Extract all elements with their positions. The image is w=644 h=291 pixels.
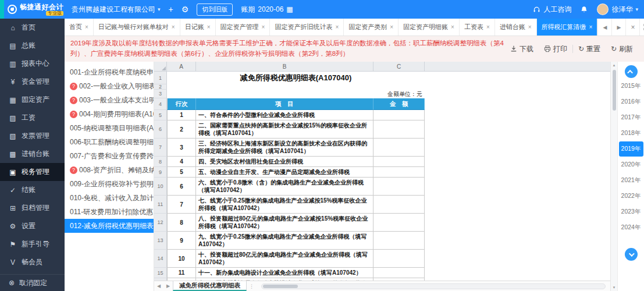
line-number-cell[interactable]: 3 bbox=[167, 139, 196, 157]
document-tab[interactable]: 首页 × bbox=[65, 19, 94, 36]
row-number[interactable]: 3 bbox=[154, 90, 167, 98]
document-tab[interactable]: 日记账与银行对账单核对 × bbox=[94, 19, 180, 36]
sidebar-item[interactable]: ▨ 工资 bbox=[0, 109, 65, 127]
year-item[interactable]: 2018年 bbox=[619, 126, 643, 141]
amount-cell[interactable] bbox=[373, 250, 425, 268]
close-tab-icon[interactable]: × bbox=[85, 24, 88, 30]
document-tab[interactable]: 所得税汇算清缴 × bbox=[537, 19, 598, 36]
switch-old-version-button[interactable]: 切到旧版 bbox=[197, 3, 233, 16]
reset-button[interactable]: ↻ 重置 bbox=[573, 44, 606, 54]
row-number[interactable]: 13 bbox=[154, 232, 167, 250]
blank-cell[interactable] bbox=[167, 84, 425, 90]
item-text-cell[interactable]: 十一、新办集成电路设计企业减免企业所得税（填写A107042） bbox=[196, 268, 373, 278]
item-text-cell[interactable]: 九、线宽小于0.25微米的集成电路生产企业减免企业所得税（填写A107042） bbox=[196, 232, 373, 250]
sheet-title-cell[interactable]: 减免所得税优惠明细表(A107040) bbox=[167, 72, 425, 84]
row-number[interactable]: 1 bbox=[154, 72, 167, 84]
form-list-item[interactable]: 009-企业所得税弥补亏损明... bbox=[65, 177, 154, 191]
year-item[interactable]: 2021年 bbox=[619, 173, 643, 188]
sheet-tab[interactable]: 减免所得税优惠明细表 bbox=[173, 281, 247, 291]
form-list-item[interactable]: 005-纳税调整项目明细表(A... bbox=[65, 121, 154, 135]
document-tab[interactable]: 固定资产明细账 × bbox=[399, 19, 460, 36]
year-item[interactable]: 2017年 bbox=[619, 110, 643, 125]
close-tab-icon[interactable]: × bbox=[262, 24, 265, 30]
unpin-sidebar-button[interactable]: ⊗ 取消固定 bbox=[0, 274, 65, 291]
line-number-cell[interactable]: 8 bbox=[167, 214, 196, 232]
column-header-c[interactable]: C bbox=[373, 62, 425, 71]
refresh-button[interactable]: ↻ 刷新 bbox=[606, 44, 638, 54]
row-number[interactable]: 11 bbox=[154, 196, 167, 214]
next-sheet-button[interactable]: ▶ bbox=[163, 283, 173, 289]
sidebar-item[interactable]: ▩ 进销台账 bbox=[0, 145, 65, 163]
line-number-cell[interactable]: 10 bbox=[167, 250, 196, 268]
years-scroll-up-button[interactable] bbox=[625, 65, 638, 78]
horizontal-scrollbar-thumb[interactable] bbox=[263, 285, 298, 288]
form-list-item[interactable]: 006-职工薪酬纳税调整明细... bbox=[65, 135, 154, 149]
row-number[interactable]: 9 bbox=[154, 167, 167, 178]
sidebar-item[interactable]: ▣ 税务管理 bbox=[0, 163, 65, 181]
document-tab[interactable]: 固定资产折旧统计表 × bbox=[270, 19, 344, 36]
line-number-cell[interactable]: 1 bbox=[167, 110, 196, 120]
close-tab-icon[interactable]: × bbox=[335, 24, 339, 30]
amount-cell[interactable] bbox=[373, 214, 425, 232]
sidebar-item[interactable]: ⌂ 首页 bbox=[0, 19, 65, 37]
horizontal-scrollbar[interactable] bbox=[261, 283, 606, 289]
row-number[interactable]: 6 bbox=[154, 120, 167, 139]
sidebar-item[interactable]: ✓ 结账 bbox=[0, 181, 65, 199]
form-list-item[interactable]: 011-研发费用加计扣除优惠... bbox=[65, 205, 154, 219]
item-text-cell[interactable]: 一、符合条件的小型微利企业减免企业所得税 bbox=[196, 110, 373, 120]
form-list-item[interactable]: ? 002-一般企业收入明细表(A1... bbox=[65, 79, 154, 93]
document-tab[interactable]: 日记账 × bbox=[180, 19, 216, 36]
header-cell-item[interactable]: 项 目 bbox=[196, 98, 373, 110]
row-number[interactable]: 12 bbox=[154, 214, 167, 232]
scroll-tabs-right-button[interactable]: ▶ bbox=[611, 19, 625, 36]
document-tab[interactable]: 固定资产类别 × bbox=[344, 19, 399, 36]
line-number-cell[interactable]: 7 bbox=[167, 196, 196, 214]
close-tab-icon[interactable]: × bbox=[451, 24, 454, 30]
year-item[interactable]: 2016年 bbox=[619, 94, 643, 109]
amount-cell[interactable] bbox=[373, 178, 425, 196]
consult-button[interactable]: 人工咨询 bbox=[533, 5, 571, 15]
scroll-tabs-left-button[interactable]: ◀ bbox=[597, 19, 611, 36]
close-tab-icon[interactable]: × bbox=[172, 24, 175, 30]
sidebar-item[interactable]: ▥ 报表中心 bbox=[0, 55, 65, 73]
form-list-item[interactable]: 001-企业所得税年度纳税申... bbox=[65, 65, 154, 79]
row-number[interactable]: 5 bbox=[154, 110, 167, 120]
accounting-period-picker[interactable]: 账期 2020-06 ▦ bbox=[241, 5, 293, 15]
year-item[interactable]: 2020年 bbox=[619, 157, 643, 172]
close-tab-icon[interactable]: × bbox=[528, 24, 532, 30]
document-tab[interactable]: 固定资产管理 × bbox=[216, 19, 271, 36]
notification-bell-icon[interactable] bbox=[581, 6, 588, 13]
year-item[interactable]: 2022年 bbox=[619, 189, 643, 204]
scroll-up-icon[interactable]: ▴ bbox=[613, 62, 615, 69]
sidebar-item[interactable]: ▧ 发票管理 bbox=[0, 127, 65, 145]
line-number-cell[interactable]: 6 bbox=[167, 178, 196, 196]
amount-cell[interactable] bbox=[373, 268, 425, 278]
sidebar-item[interactable]: ▤ 总账 bbox=[0, 37, 65, 55]
user-menu[interactable]: 徐泽华 ▾ bbox=[597, 3, 638, 15]
amount-cell[interactable] bbox=[373, 167, 425, 178]
select-all-corner[interactable] bbox=[154, 62, 167, 71]
download-button[interactable]: 下载 bbox=[505, 44, 539, 54]
row-number[interactable]: 2 bbox=[154, 84, 167, 90]
row-number[interactable]: 14 bbox=[154, 250, 167, 268]
amount-cell[interactable] bbox=[373, 157, 425, 167]
line-number-cell[interactable]: 4 bbox=[167, 157, 196, 167]
add-button[interactable]: + bbox=[169, 5, 173, 14]
form-list-item[interactable]: 010-免税、减计收入及加计... bbox=[65, 191, 154, 205]
close-tab-icon[interactable]: × bbox=[486, 24, 490, 30]
item-text-cell[interactable]: 七、线宽小于0.25微米的集成电路生产企业减按15%税率征收企业所得税（填写A1… bbox=[196, 196, 373, 214]
vertical-scrollbar-thumb[interactable] bbox=[613, 70, 616, 111]
line-number-cell[interactable]: 5 bbox=[167, 167, 196, 178]
close-all-tabs-button[interactable]: × bbox=[625, 19, 639, 36]
sidebar-item[interactable]: ⊞ 归档管理 bbox=[0, 199, 65, 217]
amount-unit-cell[interactable]: 金额单位：元 bbox=[167, 90, 425, 98]
amount-cell[interactable] bbox=[373, 120, 425, 139]
item-text-cell[interactable]: 十、投资额超过80亿元的集成电路生产企业减免企业所得税（填写A107042） bbox=[196, 250, 373, 268]
years-scroll-down-button[interactable] bbox=[625, 248, 638, 261]
close-tab-icon[interactable]: × bbox=[589, 24, 593, 30]
sidebar-item[interactable]: V 畅会员 bbox=[0, 253, 65, 271]
item-text-cell[interactable]: 八、投资额超过80亿元的集成电路生产企业减按15%税率征收企业所得税（填写A10… bbox=[196, 214, 373, 232]
sidebar-item[interactable]: ⚑ 新手引导 bbox=[0, 235, 65, 253]
line-number-cell[interactable]: 9 bbox=[167, 232, 196, 250]
sidebar-item[interactable]: ▦ 固定资产 bbox=[0, 91, 65, 109]
